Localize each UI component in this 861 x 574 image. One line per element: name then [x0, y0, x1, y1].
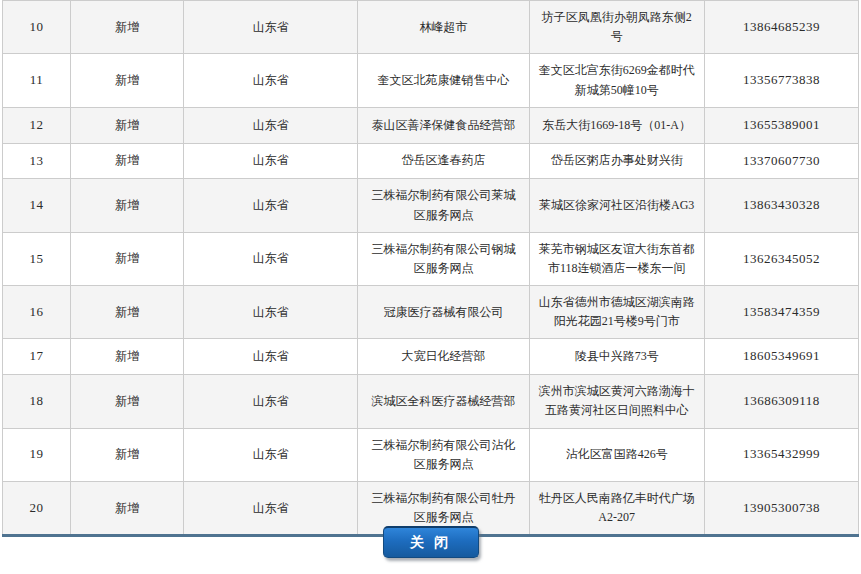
cell-name: 岱岳区逢春药店: [358, 143, 529, 179]
table-body: 10新增山东省林峰超市坊子区凤凰街办朝凤路东侧2号1386468523911新增…: [3, 1, 859, 536]
table-row: 15新增山东省三株福尔制药有限公司钢城区服务网点莱芜市钢城区友谊大街东首都市11…: [3, 232, 859, 285]
records-table: 10新增山东省林峰超市坊子区凤凰街办朝凤路东侧2号1386468523911新增…: [2, 0, 859, 537]
records-dialog: 10新增山东省林峰超市坊子区凤凰街办朝凤路东侧2号1386468523911新增…: [0, 0, 861, 574]
cell-status: 新增: [71, 375, 184, 428]
cell-phone: 13370607730: [704, 143, 858, 179]
cell-province: 山东省: [184, 286, 358, 339]
cell-status: 新增: [71, 286, 184, 339]
cell-id: 11: [3, 54, 71, 107]
table-row: 12新增山东省泰山区善泽保健食品经营部东岳大街1669-18号（01-A）136…: [3, 107, 859, 143]
table-row: 13新增山东省岱岳区逢春药店岱岳区粥店办事处财兴街13370607730: [3, 143, 859, 179]
close-button[interactable]: 关 闭: [383, 526, 479, 558]
cell-phone: 13626345052: [704, 232, 858, 285]
table-row: 11新增山东省奎文区北苑康健销售中心奎文区北宫东街6269金都时代新城第50幢1…: [3, 54, 859, 107]
cell-name: 冠康医疗器械有限公司: [358, 286, 529, 339]
cell-province: 山东省: [184, 107, 358, 143]
cell-phone: 13356773838: [704, 54, 858, 107]
cell-id: 12: [3, 107, 71, 143]
cell-address: 东岳大街1669-18号（01-A）: [529, 107, 704, 143]
cell-phone: 13365432999: [704, 428, 858, 481]
cell-name: 大宽日化经营部: [358, 339, 529, 375]
cell-status: 新增: [71, 1, 184, 54]
cell-phone: 13686309118: [704, 375, 858, 428]
cell-address: 奎文区北宫东街6269金都时代新城第50幢10号: [529, 54, 704, 107]
cell-province: 山东省: [184, 428, 358, 481]
cell-status: 新增: [71, 339, 184, 375]
cell-phone: 13655389001: [704, 107, 858, 143]
cell-address: 滨州市滨城区黄河六路渤海十五路黄河社区日间照料中心: [529, 375, 704, 428]
cell-status: 新增: [71, 232, 184, 285]
cell-status: 新增: [71, 179, 184, 232]
table-row: 10新增山东省林峰超市坊子区凤凰街办朝凤路东侧2号13864685239: [3, 1, 859, 54]
cell-status: 新增: [71, 54, 184, 107]
table-row: 14新增山东省三株福尔制药有限公司莱城区服务网点莱城区徐家河社区沿街楼AG313…: [3, 179, 859, 232]
cell-name: 三株福尔制药有限公司莱城区服务网点: [358, 179, 529, 232]
cell-name: 滨城区全科医疗器械经营部: [358, 375, 529, 428]
table-row: 19新增山东省三株福尔制药有限公司沾化区服务网点沾化区富国路426号133654…: [3, 428, 859, 481]
cell-province: 山东省: [184, 1, 358, 54]
cell-address: 沾化区富国路426号: [529, 428, 704, 481]
cell-status: 新增: [71, 107, 184, 143]
cell-address: 岱岳区粥店办事处财兴街: [529, 143, 704, 179]
cell-name: 泰山区善泽保健食品经营部: [358, 107, 529, 143]
cell-province: 山东省: [184, 339, 358, 375]
cell-id: 17: [3, 339, 71, 375]
table-row: 18新增山东省滨城区全科医疗器械经营部滨州市滨城区黄河六路渤海十五路黄河社区日间…: [3, 375, 859, 428]
cell-address: 陵县中兴路73号: [529, 339, 704, 375]
cell-province: 山东省: [184, 375, 358, 428]
cell-phone: 18605349691: [704, 339, 858, 375]
cell-status: 新增: [71, 428, 184, 481]
cell-phone: 13863430328: [704, 179, 858, 232]
cell-name: 三株福尔制药有限公司钢城区服务网点: [358, 232, 529, 285]
cell-id: 16: [3, 286, 71, 339]
footer: 关 闭: [0, 526, 861, 558]
cell-address: 莱芜市钢城区友谊大街东首都市118连锁酒店一楼东一间: [529, 232, 704, 285]
cell-id: 19: [3, 428, 71, 481]
cell-phone: 13864685239: [704, 1, 858, 54]
cell-province: 山东省: [184, 179, 358, 232]
cell-id: 15: [3, 232, 71, 285]
cell-id: 13: [3, 143, 71, 179]
cell-id: 18: [3, 375, 71, 428]
cell-address: 坊子区凤凰街办朝凤路东侧2号: [529, 1, 704, 54]
cell-phone: 13583474359: [704, 286, 858, 339]
cell-address: 山东省德州市德城区湖滨南路阳光花园21号楼9号门市: [529, 286, 704, 339]
cell-id: 14: [3, 179, 71, 232]
cell-address: 莱城区徐家河社区沿街楼AG3: [529, 179, 704, 232]
cell-name: 林峰超市: [358, 1, 529, 54]
table-row: 16新增山东省冠康医疗器械有限公司山东省德州市德城区湖滨南路阳光花园21号楼9号…: [3, 286, 859, 339]
cell-province: 山东省: [184, 54, 358, 107]
cell-id: 10: [3, 1, 71, 54]
cell-name: 三株福尔制药有限公司沾化区服务网点: [358, 428, 529, 481]
cell-name: 奎文区北苑康健销售中心: [358, 54, 529, 107]
table-row: 17新增山东省大宽日化经营部陵县中兴路73号18605349691: [3, 339, 859, 375]
cell-status: 新增: [71, 143, 184, 179]
cell-province: 山东省: [184, 232, 358, 285]
cell-province: 山东省: [184, 143, 358, 179]
